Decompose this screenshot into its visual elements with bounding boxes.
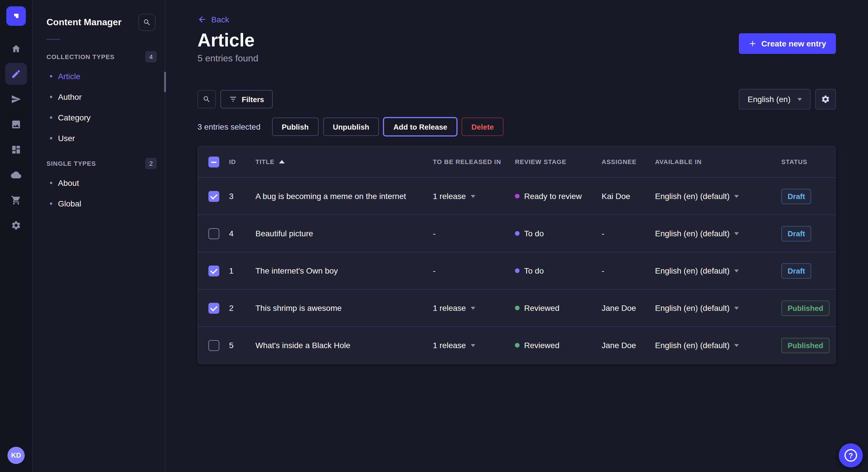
cell-id: 1 — [223, 266, 250, 275]
subnav-search-button[interactable] — [138, 14, 156, 31]
sidebar-item-article[interactable]: Article — [33, 66, 165, 87]
col-header-assignee: ASSIGNEE — [596, 158, 649, 165]
cell-release[interactable]: - — [427, 266, 509, 275]
sidebar-item-label: Article — [58, 72, 81, 81]
cell-assignee: Jane Doe — [596, 341, 649, 350]
cell-locale[interactable]: English (en) (default) — [649, 303, 776, 312]
select-all-checkbox[interactable] — [208, 156, 219, 167]
sidebar-item-author[interactable]: Author — [33, 87, 165, 107]
row-checkbox[interactable] — [208, 228, 219, 239]
row-checkbox[interactable] — [208, 265, 219, 276]
image-icon — [11, 119, 21, 130]
cell-review-stage: Ready to review — [509, 192, 596, 201]
cell-assignee: - — [596, 229, 649, 238]
chevron-down-icon — [470, 344, 475, 347]
status-badge: Published — [781, 300, 830, 316]
entries-table: ID TITLE TO BE RELEASED IN REVIEW STAGE … — [197, 146, 836, 364]
plus-icon — [749, 40, 756, 47]
nav-settings-button[interactable] — [5, 214, 27, 236]
cell-locale[interactable]: English (en) (default) — [649, 341, 776, 350]
arrow-left-icon — [197, 15, 207, 24]
chevron-down-icon — [797, 98, 802, 101]
sidebar-item-label: About — [58, 178, 79, 188]
table-row[interactable]: 2 This shrimp is awesome 1 release Revie… — [198, 289, 835, 326]
cell-release[interactable]: 1 release — [427, 341, 509, 350]
nav-deploy-button[interactable] — [5, 164, 27, 186]
table-row[interactable]: 1 The internet's Own boy - To do - Engli… — [198, 252, 835, 289]
filters-label: Filters — [242, 95, 264, 103]
cell-locale[interactable]: English (en) (default) — [649, 192, 776, 201]
toolbar: Filters English (en) — [197, 89, 836, 109]
table-row[interactable]: 5 What's inside a Black Hole 1 release R… — [198, 326, 835, 364]
subnav-title: Content Manager — [46, 17, 121, 28]
cell-title: The internet's Own boy — [250, 266, 427, 275]
content-manager-sidebar: Content Manager COLLECTION TYPES 4 Artic… — [33, 0, 165, 472]
create-entry-button[interactable]: Create new entry — [739, 33, 836, 54]
table-row[interactable]: 4 Beautiful picture - To do - English (e… — [198, 214, 835, 252]
sidebar-item-about[interactable]: About — [33, 173, 165, 193]
avatar[interactable]: KD — [7, 447, 25, 464]
row-checkbox[interactable] — [208, 303, 219, 313]
main-nav-rail: KD — [0, 0, 33, 472]
sidebar-item-user[interactable]: User — [33, 128, 165, 148]
nav-media-library-button[interactable] — [5, 113, 27, 135]
rail-nav — [5, 38, 27, 236]
table-row[interactable]: 3 A bug is becoming a meme on the intern… — [198, 177, 835, 214]
selection-bar: 3 entries selected Publish Unpublish Add… — [197, 117, 836, 136]
locale-select[interactable]: English (en) — [739, 89, 811, 109]
app-window: KD Content Manager COLLECTION TYPES 4 Ar… — [0, 0, 868, 472]
stage-dot-icon — [515, 231, 520, 236]
section-label: COLLECTION TYPES — [46, 53, 115, 60]
cell-locale[interactable]: English (en) (default) — [649, 229, 776, 238]
sidebar-item-label: Category — [58, 113, 91, 122]
add-to-release-button[interactable]: Add to Release — [383, 117, 457, 136]
nav-marketplace-button[interactable] — [5, 189, 27, 211]
strapi-logo[interactable] — [6, 6, 26, 26]
publish-button[interactable]: Publish — [272, 117, 318, 136]
bullet-icon — [50, 182, 52, 184]
bullet-icon — [50, 137, 52, 139]
sidebar-item-label: Global — [58, 199, 81, 208]
chevron-down-icon — [734, 269, 739, 272]
delete-button[interactable]: Delete — [462, 117, 503, 136]
search-icon — [143, 19, 151, 26]
cell-assignee: Jane Doe — [596, 303, 649, 312]
cell-locale[interactable]: English (en) (default) — [649, 266, 776, 275]
sort-asc-icon — [279, 160, 285, 164]
sidebar-item-global[interactable]: Global — [33, 193, 165, 214]
unpublish-button[interactable]: Unpublish — [323, 117, 379, 136]
table-header-row: ID TITLE TO BE RELEASED IN REVIEW STAGE … — [198, 146, 835, 177]
col-header-review-stage: REVIEW STAGE — [509, 158, 596, 165]
view-settings-button[interactable] — [815, 89, 836, 109]
main-content: Back Article 5 entries found Create new … — [165, 0, 868, 472]
pencil-icon — [11, 69, 21, 79]
cell-title: A bug is becoming a meme on the internet — [250, 192, 427, 201]
search-button[interactable] — [197, 90, 216, 108]
cart-icon — [11, 195, 21, 205]
section-collection-types: COLLECTION TYPES 4 Article Author Catego… — [33, 47, 165, 148]
back-link[interactable]: Back — [197, 15, 229, 24]
col-header-release: TO BE RELEASED IN — [427, 158, 509, 165]
sidebar-item-label: Author — [58, 92, 82, 102]
chevron-down-icon — [470, 307, 475, 309]
nav-releases-button[interactable] — [5, 88, 27, 110]
cell-title: What's inside a Black Hole — [250, 341, 427, 350]
blocks-icon — [11, 144, 21, 155]
chevron-down-icon — [470, 195, 475, 198]
row-checkbox[interactable] — [208, 191, 219, 202]
status-badge: Published — [781, 338, 830, 353]
help-button[interactable] — [839, 443, 863, 467]
nav-content-type-builder-button[interactable] — [5, 139, 27, 161]
cell-release[interactable]: - — [427, 229, 509, 238]
sidebar-item-category[interactable]: Category — [33, 107, 165, 128]
cell-assignee: Kai Doe — [596, 192, 649, 201]
chevron-down-icon — [734, 195, 739, 198]
row-checkbox[interactable] — [208, 340, 219, 351]
filters-button[interactable]: Filters — [220, 90, 273, 108]
cell-release[interactable]: 1 release — [427, 303, 509, 312]
nav-home-button[interactable] — [5, 38, 27, 60]
cell-release[interactable]: 1 release — [427, 192, 509, 201]
back-label: Back — [211, 15, 229, 24]
col-header-title[interactable]: TITLE — [250, 158, 427, 165]
nav-content-manager-button[interactable] — [5, 63, 27, 85]
